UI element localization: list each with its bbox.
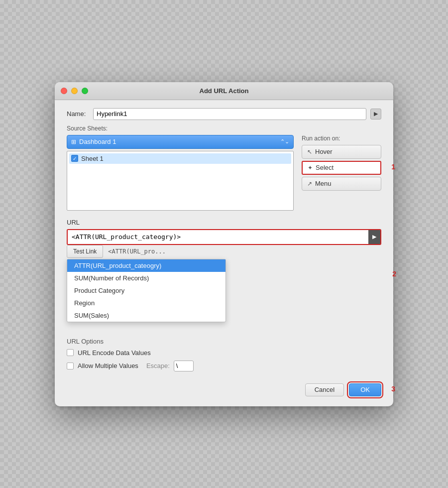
- url-input[interactable]: [68, 230, 368, 244]
- source-sheets-label: Source Sheets:: [67, 125, 381, 132]
- sheets-left: ⊞ Dashboard 1 ⌃⌄ ✓ Sheet 1: [67, 135, 294, 211]
- maximize-button[interactable]: [82, 88, 88, 94]
- dashboard-select-label: ⊞ Dashboard 1: [71, 138, 116, 145]
- sheet-item[interactable]: ✓ Sheet 1: [69, 153, 291, 164]
- dropdown-item-2[interactable]: Product Category: [67, 284, 225, 297]
- close-button[interactable]: [61, 88, 67, 94]
- url-section: URL ▶ Test Link <ATTR(URL_pro... ATTR(UR…: [67, 219, 381, 258]
- select-arrows-icon: ⌃⌄: [280, 138, 289, 145]
- multiple-row: Allow Multiple Values: [67, 362, 138, 369]
- name-arrow-button[interactable]: ▶: [370, 109, 381, 120]
- name-input[interactable]: [93, 108, 366, 120]
- name-row: Name: ▶: [67, 108, 381, 120]
- sheet-checkbox[interactable]: ✓: [71, 155, 78, 162]
- hover-button[interactable]: ↖ Hover: [302, 145, 381, 159]
- dropdown-item-4[interactable]: SUM(Sales): [67, 309, 225, 322]
- dialog-body: Name: ▶ Source Sheets: ⊞ Dashboard 1 ⌃⌄: [55, 100, 393, 406]
- url-arrow-icon: ▶: [372, 234, 376, 240]
- encode-label: URL Encode Data Values: [78, 349, 151, 357]
- add-url-action-dialog: Add URL Action Name: ▶ Source Sheets: ⊞ …: [55, 82, 393, 406]
- url-options-section: URL Options URL Encode Data Values Allow…: [67, 338, 381, 371]
- titlebar: Add URL Action: [55, 82, 393, 100]
- escape-input[interactable]: [174, 361, 194, 371]
- select-icon: ✦: [308, 164, 313, 171]
- select-button[interactable]: ✦ Select: [302, 161, 381, 175]
- hover-icon: ↖: [307, 148, 312, 155]
- multiple-checkbox[interactable]: [67, 363, 74, 369]
- test-link-row: Test Link <ATTR(URL_pro...: [67, 245, 381, 258]
- sheets-right: Run action on: ↖ Hover ✦ Select 1 ↗ Menu: [302, 135, 381, 211]
- delimiter-row: Escape:: [146, 361, 194, 371]
- ok-button[interactable]: OK: [349, 383, 381, 396]
- encode-checkbox[interactable]: [67, 349, 74, 356]
- run-action-label: Run action on:: [302, 135, 381, 142]
- menu-button[interactable]: ↗ Menu: [302, 177, 381, 191]
- url-options-label: URL Options: [67, 338, 381, 345]
- url-arrow-button[interactable]: ▶: [368, 230, 380, 244]
- dashboard-icon: ⊞: [71, 138, 76, 145]
- dialog-title: Add URL Action: [200, 87, 249, 95]
- footer: Cancel OK 3: [67, 381, 381, 396]
- minimize-button[interactable]: [71, 88, 78, 94]
- dashboard-select[interactable]: ⊞ Dashboard 1 ⌃⌄: [67, 135, 294, 149]
- multiple-label: Allow Multiple Values: [78, 362, 138, 369]
- escape-label: Escape:: [146, 362, 170, 369]
- dropdown-item-1[interactable]: SUM(Number of Records): [67, 272, 225, 284]
- dropdown-item-3[interactable]: Region: [67, 297, 225, 309]
- encode-row: URL Encode Data Values: [67, 349, 381, 357]
- menu-icon: ↗: [307, 180, 312, 187]
- sheet-list: ✓ Sheet 1: [67, 151, 294, 211]
- badge-2: 2: [392, 270, 396, 278]
- test-link-preview: <ATTR(URL_pro...: [108, 248, 166, 255]
- cancel-button[interactable]: Cancel: [305, 383, 344, 396]
- name-label: Name:: [67, 110, 89, 118]
- sheets-area: ⊞ Dashboard 1 ⌃⌄ ✓ Sheet 1 Run action on…: [67, 135, 381, 211]
- titlebar-buttons: [61, 88, 88, 94]
- url-label: URL: [67, 219, 381, 226]
- url-dropdown-list: ATTR(URL_product_cateogry) SUM(Number of…: [67, 259, 226, 322]
- badge-3: 3: [391, 385, 395, 393]
- sheet-name: Sheet 1: [81, 155, 104, 162]
- url-input-row: ▶: [67, 229, 381, 245]
- dropdown-item-0[interactable]: ATTR(URL_product_cateogry): [67, 259, 225, 272]
- test-link-button[interactable]: Test Link: [67, 245, 103, 258]
- badge-1: 1: [391, 163, 395, 171]
